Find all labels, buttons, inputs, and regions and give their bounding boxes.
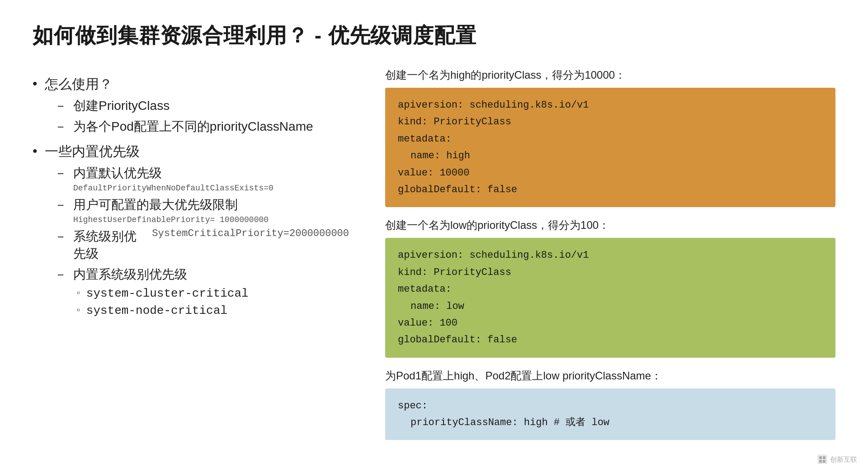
code-block-low: apiversion: scheduling.k8s.io/v1 kind: P…: [385, 238, 835, 357]
label-spec-block: 为Pod1配置上high、Pod2配置上low priorityClassNam…: [385, 369, 835, 383]
dash-5: －: [54, 228, 67, 245]
bullet-dot-2: •: [33, 143, 38, 159]
code-line-1-6: globalDefault: false: [398, 184, 517, 195]
inline-system-critical: SystemCriticalPriority=2000000000: [152, 228, 349, 239]
label-user-priority: 用户可配置的最大优先级限制: [73, 196, 238, 213]
svg-rect-2: [819, 460, 822, 463]
bullet-label-how-to-use: 怎么使用？: [45, 75, 113, 94]
code-block-high: apiversion: scheduling.k8s.io/v1 kind: P…: [385, 88, 835, 207]
slide: 如何做到集群资源合理利用？ - 优先级调度配置 • 怎么使用？ － 创建Prio…: [0, 0, 868, 464]
bullet-default-priority: － 内置默认优先级: [54, 165, 349, 182]
label-builtin-system-priority: 内置系统级别优先级: [73, 266, 187, 283]
code-line-1-4: name: high: [398, 147, 823, 164]
right-panel: 创建一个名为high的priorityClass，得分为10000： apive…: [385, 68, 835, 451]
dash-2: －: [54, 118, 67, 135]
label-default-priority: 内置默认优先级: [73, 165, 162, 182]
slide-title: 如何做到集群资源合理利用？ - 优先级调度配置: [33, 22, 835, 50]
dash-1: －: [54, 97, 67, 114]
label-create-priority-class: 创建PriorityClass: [73, 97, 170, 114]
bullet-node-critical: ▫ system-node-critical: [76, 304, 349, 317]
dash-6: －: [54, 266, 67, 283]
label-low-block: 创建一个名为low的priorityClass，得分为100：: [385, 218, 835, 232]
code-line-1-3: metadata:: [398, 133, 452, 145]
label-configure-pod: 为各个Pod配置上不同的priorityClassName: [73, 118, 313, 135]
note-user-priority: HighestUserDefinablePriority= 1000000000: [73, 215, 349, 224]
square-2: ▫: [76, 306, 81, 315]
code-block-spec: spec: priorityClassName: high # 或者 low: [385, 388, 835, 440]
label-high-block: 创建一个名为high的priorityClass，得分为10000：: [385, 68, 835, 82]
bullet-builtin-priority: • 一些内置优先级: [33, 142, 349, 161]
code-line-2-1: apiversion: scheduling.k8s.io/v1: [398, 250, 589, 261]
label-cluster-critical: system-cluster-critical: [86, 287, 249, 300]
code-line-2-3: metadata:: [398, 284, 452, 295]
content-area: • 怎么使用？ － 创建PriorityClass － 为各个Pod配置上不同的…: [33, 68, 835, 451]
code-line-1-1: apiversion: scheduling.k8s.io/v1: [398, 99, 589, 111]
bullet-system-priority: － 系统级别优先级 SystemCriticalPriority=2000000…: [54, 228, 349, 262]
code-line-3-2: priorityClassName: high # 或者 low: [398, 414, 823, 431]
code-line-2-2: kind: PriorityClass: [398, 267, 511, 278]
bullet-user-priority: － 用户可配置的最大优先级限制: [54, 196, 349, 213]
bullet-builtin-system-priority: － 内置系统级别优先级: [54, 266, 349, 283]
bullet-how-to-use: • 怎么使用？: [33, 75, 349, 94]
dash-3: －: [54, 165, 67, 182]
watermark-text: 创新互联: [830, 455, 857, 464]
bullet-dot-1: •: [33, 76, 38, 91]
code-spec-line: priorityClassName: high # 或者 low: [410, 417, 609, 428]
label-system-priority: 系统级别优先级: [73, 228, 147, 262]
code-line-1-5: value: 10000: [398, 167, 469, 179]
code-line-1-2: kind: PriorityClass: [398, 116, 511, 128]
watermark-icon: [817, 455, 827, 464]
bullet-configure-pod: － 为各个Pod配置上不同的priorityClassName: [54, 118, 349, 135]
label-builtin-priority: 一些内置优先级: [45, 142, 140, 161]
svg-rect-3: [823, 460, 826, 463]
left-panel: • 怎么使用？ － 创建PriorityClass － 为各个Pod配置上不同的…: [33, 68, 349, 319]
note-default-priority: DefaultPriorityWhenNoDefaultClassExists=…: [73, 184, 349, 193]
square-1: ▫: [76, 289, 81, 298]
code-line-3-1: spec:: [398, 400, 428, 412]
code-line-2-4: name: low: [398, 298, 823, 315]
code-line-2-5: value: 100: [398, 317, 458, 329]
bullet-cluster-critical: ▫ system-cluster-critical: [76, 287, 349, 300]
dash-4: －: [54, 196, 67, 213]
svg-rect-0: [819, 456, 822, 459]
label-node-critical: system-node-critical: [86, 304, 227, 317]
watermark: 创新互联: [817, 455, 857, 464]
bullet-create-priority-class: － 创建PriorityClass: [54, 97, 349, 114]
code-line-2-6: globalDefault: false: [398, 334, 517, 346]
svg-rect-1: [823, 456, 826, 459]
